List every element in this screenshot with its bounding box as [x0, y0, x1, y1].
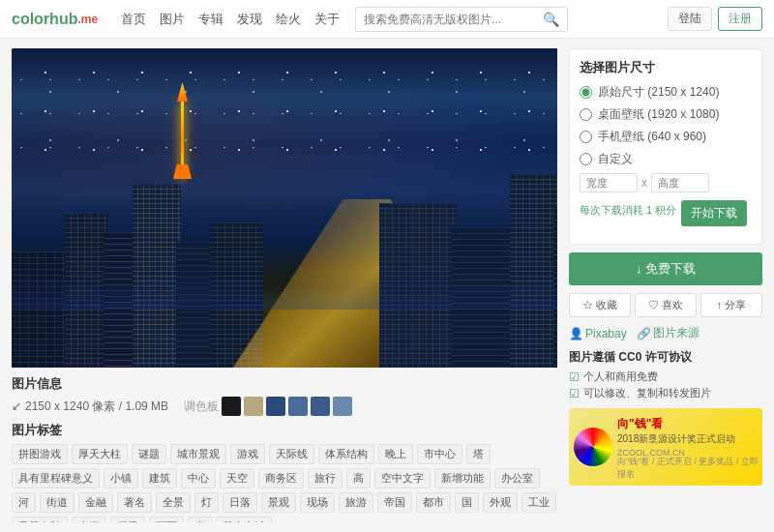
tag[interactable]: 街道	[40, 492, 74, 513]
tag[interactable]: 工业	[521, 492, 556, 513]
nav-images[interactable]: 图片	[160, 11, 185, 28]
tag[interactable]: 广场	[72, 517, 106, 522]
tags-container: 拼图游戏厚天大柱谜题城市景观游戏天际线体系结构晚上市中心塔具有里程碑意义小镇建筑…	[12, 444, 557, 522]
tag[interactable]: 帝国	[377, 492, 412, 513]
tag[interactable]: 素	[188, 517, 212, 522]
size-label-desktop[interactable]: 桌面壁纸 (1920 x 1080)	[598, 106, 719, 123]
size-radio-mobile[interactable]	[580, 131, 592, 143]
tag[interactable]: 页面	[149, 517, 184, 522]
tag[interactable]: 旅行	[308, 468, 342, 488]
tag[interactable]: 游戏	[230, 444, 265, 464]
tag[interactable]: 灯	[194, 492, 219, 513]
header-actions: 登陆 注册	[668, 7, 762, 31]
tag[interactable]: 现场	[300, 492, 335, 513]
tag[interactable]: 中心	[181, 468, 216, 488]
color-swatch-4[interactable]	[288, 397, 308, 416]
tag[interactable]: 城市景观	[170, 444, 226, 464]
ad-rainbow-icon	[574, 428, 612, 466]
size-label-original[interactable]: 原始尺寸 (2150 x 1240)	[598, 84, 719, 101]
start-download-button[interactable]: 开始下载	[681, 200, 747, 226]
nav-discover[interactable]: 发现	[237, 11, 262, 28]
tag[interactable]: 天空	[220, 468, 254, 488]
pixabay-link[interactable]: 👤 Pixabay	[569, 325, 627, 341]
nav-about[interactable]: 关于	[314, 11, 340, 28]
size-option-desktop: 桌面壁纸 (1920 x 1080)	[580, 106, 752, 123]
check-icon-2: ☑	[569, 387, 580, 400]
nav-fire[interactable]: 绘火	[276, 11, 301, 28]
search-button[interactable]: 🔍	[543, 12, 559, 27]
tag[interactable]: 全景	[156, 492, 191, 513]
ad-content: 向"钱"看 2018新垦源设计奖正式启动 ZCOOL.COM.CN	[617, 416, 759, 458]
size-option-custom: 自定义	[580, 151, 752, 167]
tag[interactable]: 体系结构	[318, 444, 374, 464]
tag[interactable]: 著名	[117, 492, 152, 513]
left-panel: 图片信息 ↙ 2150 x 1240 像素 / 1.09 MB 调色板 图片标签	[12, 48, 557, 522]
tag[interactable]: 日落	[223, 492, 257, 513]
tag[interactable]: 具有里程碑意义	[12, 468, 100, 488]
tag[interactable]: 塔	[466, 444, 491, 464]
search-input[interactable]	[364, 13, 543, 26]
tag[interactable]: 都市	[416, 492, 451, 513]
like-button[interactable]: ♡ 喜欢	[635, 293, 697, 317]
main-image-container[interactable]	[12, 48, 557, 368]
size-radio-original[interactable]	[580, 86, 592, 99]
tag[interactable]: 建筑	[142, 468, 177, 488]
tag[interactable]: 天际线	[269, 444, 314, 464]
tag[interactable]: 市中心	[417, 444, 462, 464]
tag[interactable]: 旅游	[339, 492, 373, 513]
tag[interactable]: 拼图游戏	[12, 444, 68, 464]
ad-banner[interactable]: 向"钱"看 2018新垦源设计奖正式启动 ZCOOL.COM.CN 向"钱"看 …	[569, 408, 762, 486]
tag[interactable]: 晚上	[378, 444, 413, 464]
tag[interactable]: 高	[346, 468, 371, 488]
tag[interactable]: 慕光之城	[216, 517, 272, 522]
ad-title: 向"钱"看	[617, 416, 759, 432]
share-button[interactable]: ↑ 分享	[700, 293, 762, 317]
register-button[interactable]: 注册	[718, 7, 762, 31]
free-download-button[interactable]: ↓ 免费下载	[569, 252, 762, 285]
height-input[interactable]	[651, 173, 709, 192]
source-original-link[interactable]: 🔗 图片来源	[637, 325, 700, 341]
source-links: 👤 Pixabay 🔗 图片来源	[569, 325, 762, 341]
tag[interactable]: 谜题	[132, 444, 166, 464]
color-swatch-5[interactable]	[311, 397, 330, 416]
check-icon-1: ☑	[569, 370, 580, 384]
size-label-custom[interactable]: 自定义	[598, 151, 633, 167]
license-section: 图片遵循 CC0 许可协议 ☑ 个人和商用免费 ☑ 可以修改、复制和转发图片	[569, 349, 762, 400]
size-label-mobile[interactable]: 手机壁纸 (640 x 960)	[598, 129, 706, 145]
ad-subtitle: 2018新垦源设计奖正式启动	[617, 432, 759, 446]
tag[interactable]: 风景名胜	[12, 517, 68, 522]
main-content: 图片信息 ↙ 2150 x 1240 像素 / 1.09 MB 调色板 图片标签	[0, 39, 774, 532]
nav-albums[interactable]: 专辑	[198, 11, 223, 28]
credit-hint: 每次下载消耗 1 积分	[580, 203, 676, 218]
tag[interactable]: 国	[455, 492, 479, 513]
palette-label: 调色板	[184, 399, 219, 415]
license-text-1: 个人和商用免费	[583, 369, 658, 384]
tag[interactable]: 新增功能	[434, 468, 491, 488]
collect-button[interactable]: ☆ 收藏	[569, 293, 631, 317]
tag[interactable]: 金融	[78, 492, 113, 513]
size-radio-desktop[interactable]	[580, 108, 592, 121]
tag[interactable]: 景观	[261, 492, 296, 513]
ad-bottom-text: 向"钱"看 / 正式开启 / 更多奖品 / 立即报名	[617, 456, 759, 481]
nav-home[interactable]: 首页	[121, 11, 146, 28]
color-swatch-3[interactable]	[266, 397, 285, 416]
color-swatch-2[interactable]	[244, 397, 263, 416]
logo[interactable]: colorhub.me	[12, 11, 98, 28]
size-radio-custom[interactable]	[580, 153, 592, 165]
color-swatch-1[interactable]	[222, 397, 241, 416]
color-swatch-6[interactable]	[333, 397, 352, 416]
login-button[interactable]: 登陆	[668, 7, 712, 31]
tag[interactable]: 小镇	[104, 468, 138, 488]
tag[interactable]: 厚天大柱	[72, 444, 128, 464]
width-input[interactable]	[580, 173, 638, 192]
tag[interactable]: 河	[12, 492, 36, 513]
tag[interactable]: 空中文字	[374, 468, 431, 488]
size-info: ↙ 2150 x 1240 像素 / 1.09 MB	[12, 399, 168, 415]
tokyo-tower	[181, 102, 184, 179]
stars	[12, 48, 557, 176]
tag[interactable]: 办公室	[494, 468, 540, 488]
tag[interactable]: 外观	[483, 492, 518, 513]
pixabay-label: Pixabay	[585, 327, 627, 340]
tag[interactable]: 商务区	[258, 468, 304, 488]
tag[interactable]: 桥梁	[110, 517, 145, 522]
